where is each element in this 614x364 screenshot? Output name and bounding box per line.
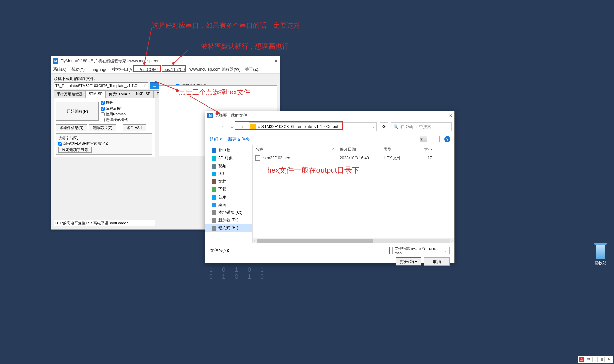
chevron-down-icon: ⌄ [150,221,153,225]
sidebar-disk-e[interactable]: 嵌入式 (E:) [205,224,252,232]
breadcrumb-bar[interactable]: « STM32F103C8T6_Template_v1.1 › Output ⌄ [249,122,377,131]
erase-button[interactable]: 清除芯片(Z) [89,124,116,131]
tab-handheld[interactable]: 手持万用编程器 [54,90,86,98]
filename-input[interactable] [232,247,390,254]
sidebar-thispc[interactable]: 此电脑 [205,147,252,154]
menu-search-port[interactable]: 搜索串口(V) [112,67,134,72]
sidebar-documents[interactable]: 文档 [205,178,252,185]
menu-port[interactable]: Port:COM4 [138,67,159,72]
filedlg-titlebar[interactable]: M 选择要下载的文件 ✕ [205,111,454,120]
video-icon [212,164,216,169]
annotation-output: hex文件一般在output目录下 [267,165,359,175]
option-bytes-group: 选项字节区: 编程到FLASH时写选项字节 设定选项字节等 [56,133,152,155]
preview-pane-button[interactable] [432,136,440,142]
ime-indicator[interactable]: 五 中 ⌄ ⊞ ✎ [578,356,613,363]
maximize-button[interactable]: □ [266,59,268,63]
sidebar-desktop[interactable]: 桌面 [205,201,252,209]
organize-menu[interactable]: 组织 ▾ [210,136,222,142]
write-option-checkbox[interactable]: 编程到FLASH时写选项字节 [58,141,150,146]
nav-forward-button[interactable]: → [218,123,226,130]
read-flash-button[interactable]: 读FLASH [123,124,146,131]
tab-nxpisp[interactable]: NXP ISP [133,90,154,98]
menu-help[interactable]: 帮助(Y) [71,67,85,72]
tab-stmiap[interactable]: 免费STMIAP [106,90,133,98]
pictures-icon [212,172,216,176]
file-open-dialog: M 选择要下载的文件 ✕ ← → ⌄ ↑ « STM32F103C8T6_Tem… [205,111,455,263]
pc-icon [212,148,216,153]
help-button[interactable]: ? [444,136,450,142]
set-option-button[interactable]: 设定选项字节等 [58,147,92,153]
tab-stmisp[interactable]: STMISP [86,90,106,98]
new-folder-button[interactable]: 新建文件夹 [228,136,250,142]
minimize-button[interactable]: — [256,59,260,63]
continuous-checkbox[interactable]: 连续烧录模式 [101,117,128,122]
sidebar-pictures[interactable]: 图片 [205,170,252,178]
filedlg-title: 选择要下载的文件 [215,113,247,118]
sidebar-downloads[interactable]: 下载 [205,185,252,193]
view-mode-button[interactable]: ▾ [420,136,427,142]
verify-checkbox[interactable]: 校验 [101,100,128,105]
recycle-bin[interactable]: 回收站 [594,243,607,266]
chevron-down-icon[interactable]: ⌄ [372,124,375,129]
breadcrumb-2[interactable]: Output [325,124,340,129]
file-label: 联机下载时的程序文件: [54,76,277,82]
sidebar-tree[interactable]: 此电脑 3D 对象 视频 图片 文档 下载 音乐 桌面 本地磁盘 (C:) 新加… [205,145,253,243]
scroll-left-button[interactable]: ‹ [253,238,257,244]
sidebar-3dobjects[interactable]: 3D 对象 [205,154,252,162]
horizontal-scrollbar[interactable]: ‹ › [253,238,454,243]
file-row[interactable]: stm32f103.hex 2023/10/8 16:40 HEX 文件 17 [253,154,454,162]
chevron-down-icon: ⌄ [444,248,447,253]
app-icon: M [53,58,58,64]
flymcu-title: FlyMcu V0.188--单片机在线编程专家--www.mcuisp.com [60,58,161,64]
file-list-header[interactable]: 名称^ 修改日期 类型 大小 [253,145,454,154]
read-info-button[interactable]: 读器件信息(R) [56,124,87,131]
disk-icon [212,218,216,223]
file-toolbar: 组织 ▾ 新建文件夹 ▾ ? [205,133,454,145]
refresh-button[interactable]: ⟳ [380,122,388,131]
cancel-button[interactable]: 取消 [424,257,450,266]
sidebar-disk-d[interactable]: 新加卷 (D:) [205,216,252,224]
scroll-right-button[interactable]: › [450,238,454,244]
scroll-thumb[interactable] [257,239,373,243]
sidebar-music[interactable]: 音乐 [205,193,252,201]
annotation-bps: 波特率默认就行，想调高也行 [201,42,289,51]
file-path-input[interactable] [54,82,148,89]
address-bar-row: ← → ⌄ ↑ « STM32F103C8T6_Template_v1.1 › … [205,120,454,133]
music-icon [212,195,216,200]
search-input[interactable]: 🔍 在 Output 中搜索 [391,122,452,131]
filename-label: 文件名(N): [210,248,229,253]
flymcu-menubar: 系统(X) 帮助(Y) Language 搜索串口(V) Port:COM4 b… [51,66,280,74]
annotation-port: 选择好对应串口，如果有多个串口的话一定要选对 [152,21,300,30]
file-list: 名称^ 修改日期 类型 大小 stm32f103.hex 2023/10/8 1… [253,145,454,243]
recycle-bin-label: 回收站 [594,260,607,266]
disk-icon [212,226,216,231]
close-button[interactable]: ✕ [274,59,278,63]
sidebar-disk-c[interactable]: 本地磁盘 (C:) [205,209,252,216]
breadcrumb-1[interactable]: STM32F103C8T6_Template_v1.1 [260,124,324,129]
ramisp-checkbox[interactable]: 使用RamIsp [101,112,128,117]
run-after-checkbox[interactable]: 编程后执行 [101,106,128,111]
search-icon: 🔍 [393,124,398,129]
filedlg-close-button[interactable]: ✕ [449,113,452,118]
nav-up-button[interactable]: ↑ [239,123,246,130]
menu-about[interactable]: 关于(Z)... [245,67,261,72]
start-program-button[interactable]: 开始编程(P) [56,102,99,121]
menu-language[interactable]: Language [89,67,107,72]
documents-icon [212,179,216,184]
objects3d-icon [212,156,216,161]
reset-mode-dropdown[interactable]: DTR的高电平复位,RTS高电平进BootLoader⌄ [54,220,155,226]
menu-system[interactable]: 系统(X) [53,67,66,72]
browse-button[interactable]: ... [150,82,159,89]
recycle-bin-icon [594,243,607,259]
sidebar-video[interactable]: 视频 [205,162,252,170]
file-filter-dropdown[interactable]: 文件格式hex、a79、sim、msp⌄ [392,247,450,254]
menu-bps[interactable]: bps:115200 [163,67,185,72]
option-label: 选项字节区: [58,136,150,141]
folder-icon [250,124,256,129]
nav-recent-button[interactable]: ⌄ [228,123,236,130]
nav-back-button[interactable]: ← [208,123,216,130]
open-button[interactable]: 打开(O) ▾ [396,257,421,266]
menu-site[interactable]: www.mcuisp.com 编程器(W) [189,67,240,72]
flymcu-titlebar[interactable]: M FlyMcu V0.188--单片机在线编程专家--www.mcuisp.c… [51,56,280,66]
annotation-browse: 点击三个点选择hex文件 [179,88,250,97]
